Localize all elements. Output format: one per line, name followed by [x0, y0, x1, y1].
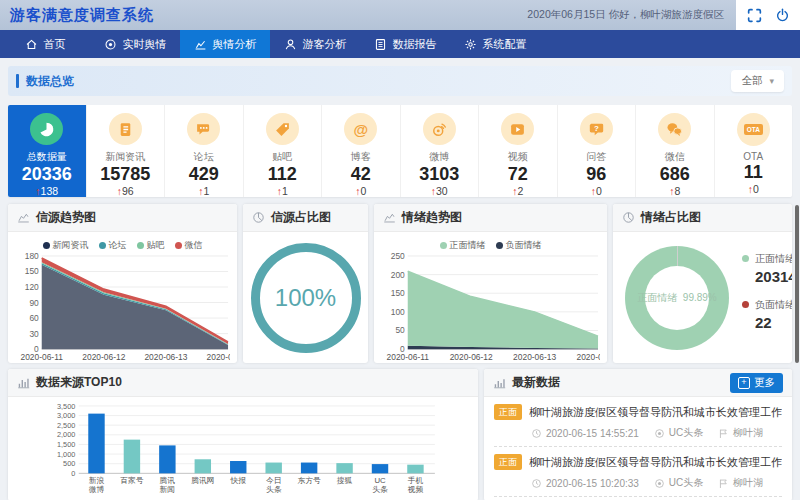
panel-title: 数据来源TOP10 [36, 374, 122, 391]
stat-value: 11 [744, 162, 763, 183]
donut-center-label: 正面情绪 [637, 292, 677, 303]
nav-item-label: 游客分析 [303, 37, 347, 52]
stat-card-qa[interactable]: ?问答96↑0 [558, 105, 637, 197]
ota-icon: OTA [737, 113, 770, 146]
legend-value: 22 [755, 314, 792, 331]
stats-row: 总数据量20336↑138新闻资讯15785↑96论坛429↑1贴吧112↑1@… [8, 105, 792, 197]
legend-item[interactable]: 论坛 [99, 239, 127, 252]
up-arrow-icon: ↑ [198, 185, 203, 197]
stat-card-total[interactable]: 总数据量20336↑138 [8, 105, 87, 197]
stat-label: OTA [743, 151, 763, 162]
chevron-down-icon: ▾ [769, 76, 774, 86]
power-icon[interactable] [775, 8, 790, 23]
svg-text:0: 0 [71, 469, 75, 478]
legend-item[interactable]: 微信 [175, 239, 203, 252]
svg-text:2020-06-13: 2020-06-13 [513, 352, 556, 362]
svg-text:头条: 头条 [266, 485, 282, 494]
date-greeting: 2020年06月15日 你好，柳叶湖旅游度假区 [527, 8, 724, 22]
video-icon [501, 113, 534, 145]
forum-icon [187, 113, 220, 145]
svg-text:2020-06-14: 2020-06-14 [577, 352, 600, 362]
stat-value: 686 [660, 164, 690, 185]
more-button[interactable]: + 更多 [730, 373, 783, 393]
svg-text:微博: 微博 [89, 485, 105, 494]
stat-delta: ↑138 [35, 185, 58, 197]
fullscreen-icon[interactable] [747, 8, 762, 23]
stat-card-ota[interactable]: OTAOTA11↑0 [715, 105, 793, 197]
emotion-share-panel: 情绪占比图 正面情绪 99.89% 正面情绪20314负面情绪22 [613, 204, 792, 363]
filter-select[interactable]: 全部 ▾ [731, 70, 784, 92]
nav-item-home[interactable]: 首页 [0, 30, 90, 58]
stat-label: 博客 [351, 150, 371, 164]
settings-icon [464, 38, 477, 51]
svg-text:200: 200 [391, 270, 405, 280]
svg-text:100: 100 [391, 307, 405, 317]
nav-item-visitor[interactable]: 游客分析 [270, 30, 360, 58]
legend-label: 贴吧 [147, 239, 165, 252]
legend-dot [43, 242, 50, 249]
legend-item[interactable]: 贴吧 [137, 239, 165, 252]
stat-card-news[interactable]: 新闻资讯15785↑96 [87, 105, 166, 197]
stat-value: 72 [508, 164, 528, 185]
accent-bar [16, 74, 19, 88]
legend-dot [496, 242, 503, 249]
stat-card-blog[interactable]: @博客42↑0 [322, 105, 401, 197]
emotion-trend-chart: 0501001502002502020-06-112020-06-122020-… [381, 252, 600, 363]
news-site: 柳叶湖 [718, 426, 763, 440]
nav-item-label: 舆情分析 [213, 37, 257, 52]
nav-item-report[interactable]: 数据报告 [360, 30, 450, 58]
source-trend-chart: 03060901201501802020-06-112020-06-122020… [15, 252, 230, 363]
svg-text:UC: UC [374, 476, 386, 485]
clock-icon [531, 478, 542, 489]
stat-value: 42 [351, 164, 371, 185]
svg-text:东方号: 东方号 [297, 476, 321, 485]
bar-chart-icon [17, 376, 30, 389]
site-flag-icon [718, 428, 729, 439]
visitor-icon [284, 38, 297, 51]
svg-text:2020-06-14: 2020-06-14 [207, 352, 230, 362]
stat-label: 总数据量 [27, 150, 67, 164]
blog-icon: @ [344, 113, 377, 145]
stat-card-video[interactable]: 视频72↑2 [479, 105, 558, 197]
news-title[interactable]: 柳叶湖旅游度假区领导督导防汛和城市长效管理工作 [529, 455, 782, 470]
tieba-icon [266, 113, 299, 145]
nav-item-analysis[interactable]: 舆情分析 [180, 30, 270, 58]
nav-item-settings[interactable]: 系统配置 [450, 30, 540, 58]
stat-card-wechat[interactable]: 微信686↑8 [636, 105, 715, 197]
sentiment-badge: 正面 [494, 404, 522, 420]
pie-chart-icon [252, 211, 265, 224]
svg-text:腾讯网: 腾讯网 [191, 476, 214, 485]
svg-text:150: 150 [391, 288, 405, 298]
stat-card-weibo[interactable]: 微博3103↑30 [401, 105, 480, 197]
scrollbar-thumb[interactable] [795, 205, 799, 363]
stat-label: 贴吧 [272, 150, 292, 164]
trend-chart-icon [17, 211, 30, 224]
pie-chart-icon [622, 211, 635, 224]
report-icon [374, 38, 387, 51]
news-item[interactable]: 正面柳叶湖旅游度假区领导督导防汛和城市长效管理工作2020-06-15 14:5… [494, 397, 782, 447]
site-flag-icon [718, 478, 729, 489]
svg-text:50: 50 [395, 325, 405, 335]
news-title[interactable]: 柳叶湖旅游度假区领导督导防汛和城市长效管理工作 [529, 405, 782, 420]
svg-text:2020-06-11: 2020-06-11 [21, 352, 64, 362]
nav-item-realtime[interactable]: 实时舆情 [90, 30, 180, 58]
svg-text:视频: 视频 [407, 485, 424, 494]
stat-delta: ↑96 [117, 185, 134, 197]
news-source: UC头条 [654, 426, 703, 440]
legend-item[interactable]: 新闻资讯 [43, 239, 89, 252]
stat-card-tieba[interactable]: 贴吧112↑1 [244, 105, 323, 197]
legend-item[interactable]: 负面情绪 [496, 239, 542, 252]
legend-item[interactable]: 正面情绪 [440, 239, 486, 252]
news-item[interactable]: 正面柳叶湖旅游度假区领导督导防汛和城市长效管理工作2020-06-15 10:2… [494, 447, 782, 497]
panel-title: 信源趋势图 [36, 209, 96, 226]
svg-text:3,000: 3,000 [57, 411, 75, 420]
stat-label: 论坛 [194, 150, 214, 164]
legend-label: 负面情绪 [506, 239, 542, 252]
stat-card-forum[interactable]: 论坛429↑1 [165, 105, 244, 197]
up-arrow-icon: ↑ [512, 185, 517, 197]
qa-icon: ? [580, 113, 613, 145]
stat-delta: ↑0 [748, 183, 759, 195]
svg-text:今日: 今日 [266, 476, 282, 485]
svg-text:?: ? [594, 124, 599, 133]
svg-text:2,500: 2,500 [57, 421, 75, 430]
